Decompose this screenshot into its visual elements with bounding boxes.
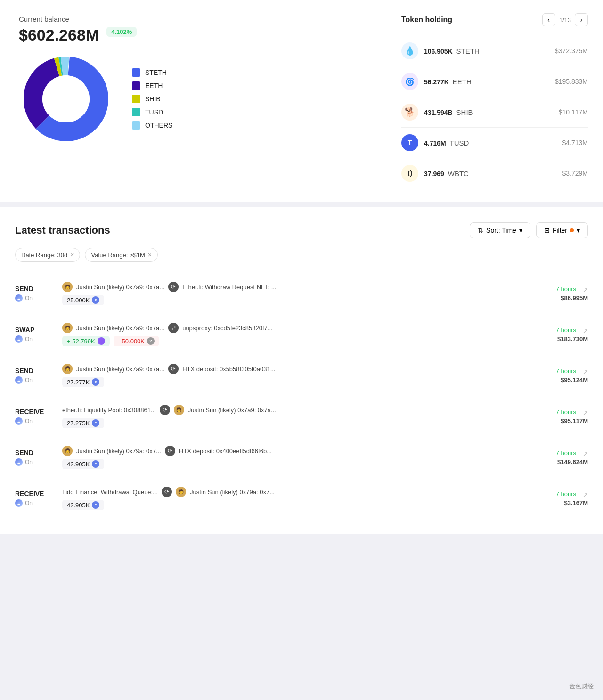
tx-chain-4: Ξ On xyxy=(15,417,62,425)
balance-label: Current balance xyxy=(19,15,367,23)
from-avatar-1: 🧑 xyxy=(62,282,73,292)
tx-amount-1: 25.000K Ξ xyxy=(62,295,104,305)
chevron-right-icon: › xyxy=(580,16,583,24)
tx-amount-row-3: 27.277K Ξ xyxy=(62,377,531,387)
tx-external-link-1[interactable]: ↗ xyxy=(583,286,588,293)
balance-amount: $602.268M xyxy=(19,26,99,44)
eth-icon-3: Ξ xyxy=(15,376,23,384)
legend-color-shib xyxy=(132,95,140,103)
filter-active-dot xyxy=(570,228,574,232)
tx-time-3: 7 hours xyxy=(556,367,576,374)
tx-main-col-4: ether.fi: Liquidity Pool: 0x308861... ⟳ … xyxy=(62,405,531,428)
filter-tag-date-close[interactable]: × xyxy=(70,251,74,259)
tx-value-6: $3.167M xyxy=(531,499,588,506)
legend-color-steth xyxy=(132,68,140,77)
to-address-2: uupsproxy: 0xcd5fe23c85820f7... xyxy=(182,325,273,332)
tx-value-5: $149.624M xyxy=(531,458,588,465)
tx-external-link-6[interactable]: ↗ xyxy=(583,491,588,498)
svg-point-8 xyxy=(99,339,104,343)
tx-amount-value-1: 25.000K xyxy=(67,297,90,304)
token-icon-steth: 💧 xyxy=(401,42,418,59)
from-avatar-3: 🧑 xyxy=(62,364,73,374)
tx-amount-4: 27.275K Ξ xyxy=(62,418,104,428)
eth-icon-2: Ξ xyxy=(15,335,23,343)
amount-coin-icon-5: Ξ xyxy=(92,460,99,468)
token-panel-header: Token holding ‹ 1/13 › xyxy=(401,13,588,26)
from-address-2: Justin Sun (likely) 0x7a9: 0x7a... xyxy=(76,325,164,332)
svg-text:Ξ: Ξ xyxy=(95,422,97,425)
tx-amount-pos-value-2: + 52.799K xyxy=(67,338,95,345)
token-value-shib: $10.117M xyxy=(559,108,588,116)
prev-page-button[interactable]: ‹ xyxy=(542,13,555,26)
token-left-shib: 🐕 431.594B SHIB xyxy=(401,104,473,121)
tx-main-col-2: 🧑 Justin Sun (likely) 0x7a9: 0x7a... ⇄ u… xyxy=(62,323,531,346)
filter-tag-value[interactable]: Value Range: >$1M × xyxy=(85,248,158,262)
donut-chart xyxy=(19,52,113,146)
svg-text:Ξ: Ξ xyxy=(95,504,97,507)
tx-amount-3: 27.277K Ξ xyxy=(62,377,104,387)
token-row-steth: 💧 106.905K STETH $372.375M xyxy=(401,36,588,66)
sort-icon: ⇅ xyxy=(478,227,483,234)
to-address-6: Justin Sun (likely) 0x79a: 0x7... xyxy=(190,488,275,496)
header-controls: ⇅ Sort: Time ▾ ⊟ Filter ▾ xyxy=(470,222,588,238)
tx-amount-row-1: 25.000K Ξ xyxy=(62,295,531,305)
filter-tag-date-label: Date Range: 30d xyxy=(21,252,67,259)
token-left-tusd: T 4.716M TUSD xyxy=(401,134,469,151)
tx-time-5: 7 hours xyxy=(556,449,576,456)
tx-time-6: 7 hours xyxy=(556,490,576,497)
chart-legend: STETH EETH SHIB TUSD OTHERS xyxy=(132,68,172,130)
token-icon-tusd: T xyxy=(401,134,418,151)
sort-button[interactable]: ⇅ Sort: Time ▾ xyxy=(470,222,530,238)
filter-button[interactable]: ⊟ Filter ▾ xyxy=(536,222,588,238)
tx-external-link-4[interactable]: ↗ xyxy=(583,409,588,416)
token-amount-shib: 431.594B SHIB xyxy=(424,108,473,116)
tx-external-link-3[interactable]: ↗ xyxy=(583,368,588,375)
filter-tag-date[interactable]: Date Range: 30d × xyxy=(15,248,80,262)
tx-time-2: 7 hours xyxy=(556,326,576,334)
to-avatar-6: 🧑 xyxy=(176,487,186,497)
receive-arrow-icon-4: ⟳ xyxy=(160,405,170,415)
from-avatar-5: 🧑 xyxy=(62,446,73,456)
eth-icon-5: Ξ xyxy=(15,458,23,466)
transaction-list: SEND Ξ On 🧑 Justin Sun (likely) 0x7a9: 0… xyxy=(15,273,588,519)
tx-type-5: SEND xyxy=(15,449,62,456)
tx-type-3: SEND xyxy=(15,367,62,374)
tx-amount-row-5: 42.905K Ξ xyxy=(62,459,531,469)
tx-chain-2: Ξ On xyxy=(15,335,62,343)
tx-addresses-2: 🧑 Justin Sun (likely) 0x7a9: 0x7a... ⇄ u… xyxy=(62,323,531,333)
to-address-3: HTX deposit: 0x5b58f305f0a031... xyxy=(182,366,275,373)
from-address-3: Justin Sun (likely) 0x7a9: 0x7a... xyxy=(76,366,164,373)
tx-chain-label-1: On xyxy=(25,295,33,301)
table-row: SWAP Ξ On 🧑 Justin Sun (likely) 0x7a9: 0… xyxy=(15,314,588,355)
next-page-button[interactable]: › xyxy=(575,13,588,26)
tx-chain-1: Ξ On xyxy=(15,294,62,302)
tx-chain-label-4: On xyxy=(25,418,33,424)
tx-external-link-5[interactable]: ↗ xyxy=(583,450,588,457)
chevron-left-icon: ‹ xyxy=(547,16,550,24)
tx-chain-3: Ξ On xyxy=(15,376,62,384)
tx-type-col-6: RECEIVE Ξ On xyxy=(15,490,62,507)
tx-amount-neg-2: - 50.000K ? xyxy=(114,336,159,346)
tx-type-col-4: RECEIVE Ξ On xyxy=(15,408,62,425)
legend-color-others xyxy=(132,121,140,130)
page-indicator: 1/13 xyxy=(559,16,571,24)
tx-time-4: 7 hours xyxy=(556,408,576,415)
token-value-wbtc: $3.729M xyxy=(562,170,588,177)
tx-amount-neg-value-2: - 50.000K xyxy=(118,338,145,345)
from-address-6: Lido Finance: Withdrawal Queue:... xyxy=(62,488,158,496)
token-icon-wbtc: ₿ xyxy=(401,165,418,182)
filter-label: Filter xyxy=(553,227,567,234)
legend-others: OTHERS xyxy=(132,121,172,130)
token-left-steth: 💧 106.905K STETH xyxy=(401,42,480,59)
section-separator xyxy=(0,202,603,207)
tx-external-link-2[interactable]: ↗ xyxy=(583,327,588,334)
sort-chevron-icon: ▾ xyxy=(519,227,522,234)
legend-eeth: EETH xyxy=(132,81,172,90)
token-row-wbtc: ₿ 37.969 WBTC $3.729M xyxy=(401,158,588,188)
tx-type-6: RECEIVE xyxy=(15,490,62,497)
legend-label-shib: SHIB xyxy=(145,95,161,103)
to-address-1: Ether.fi: Withdraw Request NFT: ... xyxy=(182,284,276,291)
tx-chain-5: Ξ On xyxy=(15,458,62,466)
amount-coin-icon-pos-2 xyxy=(98,337,105,345)
filter-tag-value-close[interactable]: × xyxy=(148,251,152,259)
